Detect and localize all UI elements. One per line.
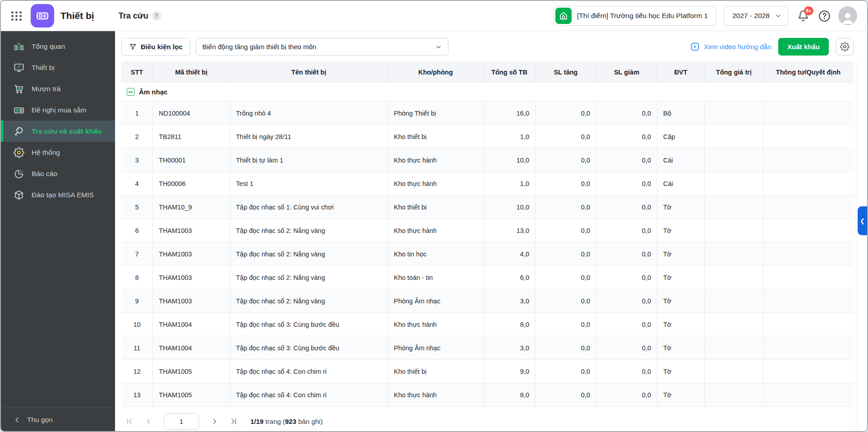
chevron-down-icon [775,13,781,19]
table-cell [705,195,763,218]
table-cell: 10 [121,313,153,336]
table-cell: 1,0 [484,172,536,195]
sidebar-item-label: Hệ thống [32,149,60,157]
table-cell: Test 1 [230,172,388,195]
table-cell: 0,0 [536,242,596,265]
table-cell: THAM1005 [153,383,230,406]
table-cell: 16,0 [484,102,536,125]
scroll-gutter [856,61,856,431]
next-page-button[interactable] [207,414,222,429]
table-cell: 0,0 [596,383,657,406]
table-cell: 0,0 [596,219,657,242]
table-cell: 0,0 [536,266,596,289]
last-page-button[interactable] [226,414,240,429]
table-row[interactable]: 3TH00001Thiết bị tự làm 1Kho thực hành10… [121,148,853,172]
funnel-icon [129,43,137,51]
table-settings-button[interactable] [836,38,854,56]
prev-page-icon [144,417,153,426]
table-row[interactable]: 2TB2811Thiết bị ngày 28/11Kho thiết bị1,… [121,125,853,148]
sidebar-item-cube[interactable]: Đào tạo MISA EMIS [1,184,115,205]
user-avatar[interactable] [838,6,857,25]
notifications-button[interactable]: 9+ [795,8,811,23]
export-button[interactable]: Xuất khẩu [778,38,829,56]
first-page-button[interactable] [122,414,137,429]
table-cell [763,242,853,265]
sidebar-item-gear[interactable]: Hệ thống [1,142,115,163]
table-cell: 0,0 [536,149,596,172]
table-row[interactable]: 9THAM1003Tập đọc nhạc số 2: Nắng vàngPhò… [121,289,853,312]
page-help-icon[interactable]: ? [152,11,161,20]
table-cell: 13 [121,383,153,406]
table-cell: 0,0 [536,219,596,242]
school-year-value: 2027 - 2028 [732,12,770,20]
table-row[interactable]: 13THAM1005Tập đọc nhạc số 4: Con chim ri… [121,383,853,406]
sidebar-item-pie[interactable]: Báo cáo [1,163,115,184]
table-cell [763,172,853,195]
table-body: 1ND100004Trống nhỏ 4Phòng Thiết bị16,00,… [121,101,853,406]
table-cell: Tờ [657,266,705,289]
gear-icon [840,42,850,51]
table-row[interactable]: 5THAM10_9Tập đọc nhạc số 1: Cùng vui chơ… [121,195,853,218]
table-cell [763,195,853,218]
side-panel-toggle-handle[interactable]: ❮ [858,206,867,235]
table-cell: 0,0 [536,172,596,195]
table-cell: THAM1003 [153,242,230,265]
app-logo-projector-icon[interactable] [31,4,54,28]
table-cell: 3,0 [484,336,536,359]
sidebar-item-monitor[interactable]: Thiết bị [1,57,115,78]
table-row[interactable]: 8THAM1003Tập đọc nhạc số 2: Nắng vàngKho… [121,265,853,289]
column-header: Tên thiết bị [230,61,388,82]
video-guide-link[interactable]: Xem video hướng dẫn [690,42,771,51]
prev-page-button[interactable] [141,414,156,429]
report-table: STTMã thiết bịTên thiết bịKho/phòngTổng … [121,61,853,407]
report-type-select[interactable]: Biến động tăng giảm thiết bị theo môn [196,38,448,56]
table-row[interactable]: 4TH00006Test 1Kho thực hành1,00,00,0Cái [121,172,853,195]
column-header: ĐVT [657,61,705,82]
school-year-dropdown[interactable]: 2027 - 2028 [724,6,788,26]
table-row[interactable]: 7THAM1003Tập đọc nhạc số 2: Nắng vàngKho… [121,242,853,265]
table-cell: 0,0 [596,242,657,265]
table-cell: Tập đọc nhạc số 2: Nắng vàng [230,266,388,289]
projector-icon [14,105,24,116]
page-number-input[interactable] [164,413,199,430]
sidebar-collapse-button[interactable]: Thu gọn [1,408,115,431]
pie-icon [14,168,24,179]
table-cell: 8 [121,266,153,289]
sidebar-item-cart[interactable]: Mượn trả [1,78,115,99]
table-cell: Cặp [657,125,705,148]
collapse-group-icon[interactable] [127,88,134,96]
table-row[interactable]: 10THAM1004Tập đọc nhạc số 3: Cùng bước đ… [121,312,853,336]
table-cell: Kho thực hành [388,149,484,172]
table-row[interactable]: 1ND100004Trống nhỏ 4Phòng Thiết bị16,00,… [121,101,853,125]
table-row[interactable]: 12THAM1005Tập đọc nhạc số 4: Con chim ri… [121,359,853,383]
column-header: Tổng số TB [484,61,536,82]
sidebar-item-chart-bars[interactable]: Tổng quan [1,36,115,57]
sidebar-item-label: Mượn trả [32,85,60,93]
table-row[interactable]: 11THAM1004Tập đọc nhạc số 3: Cùng bước đ… [121,336,853,359]
table-cell: 11 [121,336,153,359]
table-cell: 0,0 [536,336,596,359]
table-cell: 13,0 [484,219,536,242]
app-launcher-grid-icon[interactable] [9,8,24,23]
table-cell: 12 [121,360,153,383]
cart-icon [14,84,24,94]
table-cell: 0,0 [596,172,657,195]
table-cell: Trống nhỏ 4 [230,102,388,125]
collapse-label: Thu gọn [27,416,53,424]
school-selector[interactable]: [Thí điểm] Trường tiểu học Edu Platform … [553,6,716,26]
table-row[interactable]: 6THAM1003Tập đọc nhạc số 2: Nắng vàngKho… [121,218,853,242]
table-cell: 0,0 [536,313,596,336]
group-row-am-nhac[interactable]: Âm nhạc [121,82,853,101]
sidebar-item-search[interactable]: Tra cứu và xuất khẩu [1,121,115,142]
pages-count: 1/19 [250,418,263,425]
sidebar-item-projector[interactable]: Đề nghị mua sắm [1,99,115,121]
page-title: Tra cứu [119,11,148,21]
table-cell [763,219,853,242]
table-cell: Tờ [657,313,705,336]
filter-button[interactable]: Điều kiện lọc [121,38,190,56]
table-cell: 10,0 [484,149,536,172]
help-button[interactable] [818,9,831,23]
table-cell: 3 [121,149,153,172]
pagination-summary: 1/19 trang (923 bản ghi) [250,418,323,425]
search-icon [14,126,24,137]
